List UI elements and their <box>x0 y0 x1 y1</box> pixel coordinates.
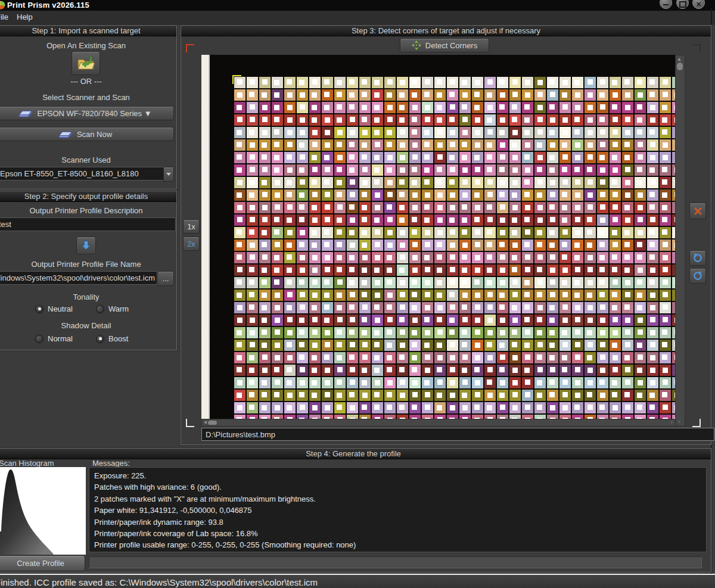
corner-marker-top-left[interactable] <box>186 44 194 52</box>
app-icon <box>0 1 5 10</box>
profile-description-value: test <box>0 220 11 229</box>
close-icon: × <box>696 0 701 8</box>
or-label: --- OR --- <box>0 77 176 86</box>
detect-corners-label: Detect Corners <box>425 41 477 50</box>
profile-filename-label: Output Printer Profile File Name <box>0 260 176 269</box>
scanner-used-value: Epson ET-8550_ET-8500_L8160_L8180 <box>0 169 139 178</box>
copy-description-button[interactable] <box>76 237 96 254</box>
rotate-cw-button[interactable] <box>689 268 706 284</box>
scan-histogram <box>0 467 86 555</box>
scroll-left-icon[interactable] <box>204 421 207 424</box>
delete-button[interactable] <box>689 203 706 219</box>
select-scanner-label: Select Scanner and Scan <box>0 93 176 102</box>
scanner-select-label: EPSON WF-7820/7840 Series ▼ <box>37 109 151 118</box>
open-scan-button[interactable] <box>72 51 100 75</box>
zoom-1x-label: 1x <box>187 222 195 231</box>
radio-label: Neutral <box>48 304 73 313</box>
scanner-used-dropdown-button[interactable] <box>163 167 174 182</box>
zoom-2x-label: 2x <box>187 239 195 248</box>
messages-label: Messages: <box>92 459 130 468</box>
menu-bar: File Help <box>0 11 715 24</box>
horizontal-scrollbar[interactable] <box>201 419 676 427</box>
window-title: Print Prism v2026.115 <box>7 1 89 10</box>
step4-header: Step 4: Generate the profile <box>0 449 711 459</box>
create-profile-button[interactable]: Create Profile <box>0 555 85 571</box>
menu-help[interactable]: Help <box>17 13 33 21</box>
step1-group: Step 1: Import a scanned target Open An … <box>0 25 177 189</box>
maximize-button[interactable] <box>676 0 689 9</box>
arrow-down-icon <box>82 240 91 251</box>
step4-group: Step 4: Generate the profile Scan Histog… <box>0 448 711 573</box>
radio-label: Normal <box>48 334 73 343</box>
create-profile-label: Create Profile <box>17 559 64 568</box>
detect-corners-button[interactable]: Detect Corners <box>400 38 489 52</box>
zoom-2x-button[interactable]: 2x <box>183 237 200 251</box>
print-prism-window: { "window": { "title": "Print Prism v202… <box>0 0 715 588</box>
title-bar[interactable]: Print Prism v2026.115 × <box>0 0 715 11</box>
status-bar: Finished. ICC profile saved as: C:\Windo… <box>0 574 715 588</box>
profile-description-input[interactable]: test <box>0 217 176 231</box>
radio-normal[interactable]: Normal <box>35 334 73 343</box>
scroll-up-icon[interactable] <box>677 58 681 61</box>
radio-dot <box>96 335 104 343</box>
scan-now-button[interactable]: Scan Now <box>0 127 174 141</box>
maximize-icon <box>679 1 686 8</box>
browse-label: ... <box>163 274 169 283</box>
shadow-detail-label: Shadow Detail <box>0 321 176 330</box>
scanner-icon <box>18 110 33 117</box>
scan-histogram-label: Scan Histogram <box>0 459 54 468</box>
message-line: 2 patches marked with "X" are at minimum… <box>94 493 706 505</box>
step3-group: Step 3: Detect corners of target and adj… <box>181 25 711 445</box>
zoom-1x-button[interactable]: 1x <box>183 219 200 234</box>
message-line: Printer/paper/ink dynamic range: 93.8 <box>94 517 706 528</box>
scroll-right-icon[interactable] <box>671 421 674 424</box>
profile-filename-input[interactable]: C:\Windows\System32\spool\drivers\color\… <box>0 271 157 285</box>
open-existing-scan-label: Open An Existing Scan <box>0 41 176 50</box>
scroll-down-icon[interactable] <box>677 421 681 424</box>
scanner-used-label: Scanner Used <box>0 155 176 164</box>
radio-dot <box>35 305 43 313</box>
move-arrows-icon <box>412 41 421 50</box>
scanner-select-dropdown[interactable]: EPSON WF-7820/7840 Series ▼ <box>0 106 174 120</box>
message-line: Paper white: 91,341912, -0,500000, 0,046… <box>94 505 706 516</box>
corner-marker-top-right[interactable] <box>692 44 701 52</box>
close-button[interactable]: × <box>692 0 705 9</box>
vertical-scrollbar[interactable] <box>675 55 685 427</box>
radio-boost[interactable]: Boost <box>96 334 128 343</box>
radio-neutral[interactable]: Neutral <box>35 304 73 313</box>
message-line: Exposure: 225. <box>94 470 706 481</box>
step2-header: Step 2: Specify output profile details <box>0 191 176 202</box>
status-text: Finished. ICC profile saved as: C:\Windo… <box>0 577 318 587</box>
minimize-icon <box>663 4 669 5</box>
scan-now-label: Scan Now <box>77 130 112 139</box>
image-path-field[interactable]: D:\Pictures\test.bmp <box>201 428 714 441</box>
menu-file[interactable]: File <box>0 13 8 21</box>
scan-image[interactable] <box>201 55 675 419</box>
profile-filename-value: C:\Windows\System32\spool\drivers\color\… <box>0 273 155 282</box>
chevron-down-icon <box>166 173 171 176</box>
radio-dot <box>96 305 104 313</box>
scanner-used-combo[interactable]: Epson ET-8550_ET-8500_L8160_L8180 <box>0 167 167 181</box>
step1-header: Step 1: Import a scanned target <box>0 26 176 36</box>
shadow-radio-row: Normal Boost <box>0 334 176 344</box>
open-folder-icon <box>77 56 95 70</box>
radio-label: Boost <box>108 334 128 343</box>
rotate-ccw-icon <box>693 253 702 263</box>
messages-box: Exposure: 225. Patches with high varianc… <box>89 467 707 552</box>
rotate-ccw-button[interactable] <box>689 250 706 266</box>
radio-label: Warm <box>108 304 129 313</box>
corner-marker-bottom-left[interactable] <box>186 419 194 427</box>
corner-marker-bottom-right[interactable] <box>692 419 701 427</box>
image-path-value: D:\Pictures\test.bmp <box>206 430 275 439</box>
profile-description-label: Output Printer Profile Description <box>0 206 176 215</box>
step2-group: Step 2: Specify output profile details O… <box>0 191 177 350</box>
message-line: Patches with high variance: 6 (good). <box>94 481 706 493</box>
minimize-button[interactable] <box>660 0 672 9</box>
rotate-cw-icon <box>693 271 702 281</box>
radio-warm[interactable]: Warm <box>96 304 129 313</box>
vertical-scroll-thumb[interactable] <box>677 63 683 70</box>
horizontal-scroll-thumb[interactable] <box>208 421 217 425</box>
radio-dot <box>35 335 43 343</box>
message-line: Printer/paper/ink coverage of Lab space:… <box>94 528 706 539</box>
browse-button[interactable]: ... <box>157 271 174 286</box>
